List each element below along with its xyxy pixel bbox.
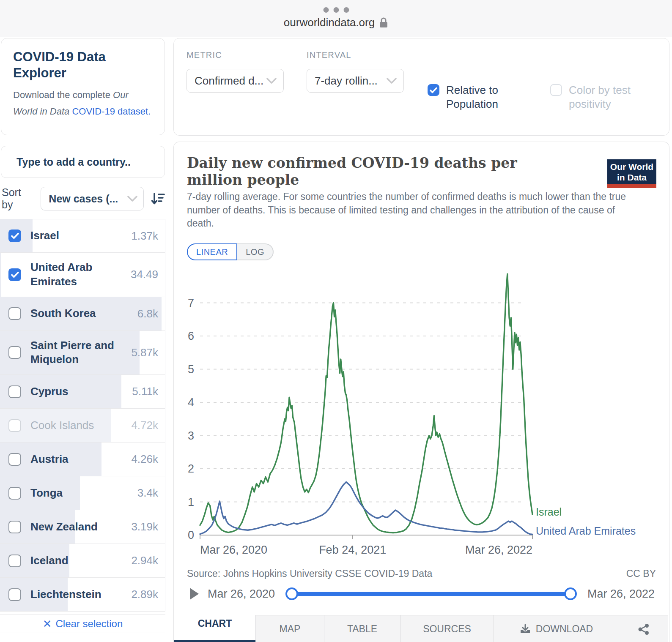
browser-topbar: ourworldindata.org — [0, 0, 672, 37]
subtitle-text: Download the complete — [13, 90, 113, 100]
checkbox-checked-icon — [428, 84, 439, 96]
legend-label-israel: Israel — [536, 506, 562, 518]
country-row[interactable]: Israel1.37k — [0, 219, 165, 253]
x-axis-tick-label: Mar 26, 2020 — [200, 544, 267, 556]
country-name: Tonga — [30, 478, 137, 508]
chart-card: Daily new confirmed COVID-19 deaths per … — [173, 142, 669, 642]
country-value: 4.26k — [131, 453, 158, 466]
metric-dropdown[interactable]: Confirmed d... — [187, 69, 284, 93]
y-axis-tick-label: 6 — [188, 330, 194, 342]
owid-logo-line1: Our World — [610, 161, 653, 172]
source-row: Source: Johns Hopkins University CSSE CO… — [187, 568, 656, 579]
tab-download[interactable]: DOWNLOAD — [494, 615, 619, 642]
chart-tabs: CHART MAP TABLE SOURCES DOWNLOAD — [174, 607, 669, 642]
chart-title: Daily new confirmed COVID-19 deaths per … — [187, 155, 555, 188]
country-row[interactable]: Saint Pierre and Miquelon5.87k — [0, 331, 165, 375]
clear-selection-button[interactable]: ✕ Clear selection — [0, 615, 165, 633]
country-row[interactable]: United Arab Emirates34.49 — [0, 253, 165, 297]
url-text: ourworldindata.org — [284, 16, 375, 29]
y-axis-tick-label: 3 — [188, 429, 194, 442]
checkbox-unchecked-icon[interactable] — [8, 555, 21, 567]
log-scale-button[interactable]: LOG — [237, 243, 274, 260]
tab-map[interactable]: MAP — [255, 615, 324, 642]
relative-to-population-checkbox[interactable]: Relative to Population — [428, 83, 527, 111]
play-icon — [189, 587, 199, 600]
country-row[interactable]: Austria4.26k — [0, 443, 165, 476]
address-bar[interactable]: ourworldindata.org — [0, 16, 672, 29]
x-axis-tick-label: Feb 24, 2021 — [319, 544, 386, 556]
checkbox-unchecked-icon[interactable] — [8, 307, 21, 320]
country-value: 2.94k — [131, 554, 158, 567]
chart-controls-card: METRIC Confirmed d... INTERVAL 7-day rol… — [173, 38, 669, 136]
linear-scale-button[interactable]: LINEAR — [187, 243, 237, 260]
country-value: 5.87k — [131, 346, 158, 359]
country-row[interactable]: Liechtenstein2.89k — [0, 578, 165, 612]
checkbox-checked-icon[interactable] — [8, 268, 21, 281]
chevron-down-icon — [127, 196, 137, 202]
clear-selection-label: Clear selection — [56, 618, 123, 630]
timeline-track[interactable] — [287, 592, 576, 596]
metric-dropdown-value: Confirmed d... — [195, 74, 263, 87]
country-search[interactable] — [1, 146, 165, 178]
interval-dropdown-value: 7-day rollin... — [315, 74, 378, 87]
tab-table-label: TABLE — [347, 623, 377, 635]
share-icon — [638, 623, 650, 635]
country-row[interactable]: Cyprus5.11k — [0, 375, 165, 409]
country-name: Austria — [30, 445, 131, 474]
tab-table[interactable]: TABLE — [324, 615, 400, 642]
legend-label-united-arab-emirates: United Arab Emirates — [536, 525, 636, 537]
source-text: Source: Johns Hopkins University CSSE CO… — [187, 568, 432, 579]
chevron-down-icon — [387, 78, 397, 84]
checkbox-unchecked-icon[interactable] — [8, 588, 21, 601]
checkbox-unchecked-icon[interactable] — [8, 346, 21, 359]
checkbox-unchecked-icon[interactable] — [8, 521, 21, 533]
timeline-end-handle[interactable] — [564, 587, 577, 600]
metric-label: METRIC — [187, 50, 222, 60]
interval-dropdown[interactable]: 7-day rollin... — [307, 69, 404, 93]
country-name: Cook Islands — [30, 411, 131, 440]
country-row[interactable]: Iceland2.94k — [0, 544, 165, 578]
tab-share[interactable] — [619, 615, 668, 642]
y-axis-tick-label: 4 — [188, 396, 194, 409]
tab-sources[interactable]: SOURCES — [400, 615, 494, 642]
checkbox-unchecked-icon[interactable] — [8, 419, 21, 432]
country-name: Cyprus — [30, 377, 132, 407]
line-chart: 01234567Mar 26, 2020Feb 24, 2021Mar 26, … — [174, 269, 669, 567]
dataset-link[interactable]: COVID-19 dataset. — [72, 106, 151, 117]
country-name: United Arab Emirates — [30, 253, 131, 297]
tab-chart[interactable]: CHART — [174, 607, 256, 642]
checkbox-unchecked-icon[interactable] — [8, 487, 21, 500]
tab-map-label: MAP — [280, 623, 301, 635]
checkbox-checked-icon[interactable] — [8, 229, 21, 242]
chevron-down-icon — [266, 78, 277, 84]
license-text: CC BY — [626, 568, 656, 579]
country-row[interactable]: New Zealand3.19k — [0, 510, 165, 544]
country-value: 4.72k — [131, 419, 158, 432]
browser-dots-icon — [323, 7, 349, 13]
country-value: 6.8k — [137, 307, 158, 320]
search-input[interactable] — [16, 156, 158, 168]
israel-line — [200, 274, 532, 533]
checkbox-unchecked-icon[interactable] — [8, 453, 21, 466]
explorer-header-card: COVID-19 Data Explorer Download the comp… — [1, 38, 165, 135]
country-name: New Zealand — [30, 512, 131, 542]
owid-logo: Our World in Data — [607, 159, 656, 188]
sort-direction-button[interactable] — [151, 192, 165, 205]
sort-dropdown[interactable]: New cases (... — [41, 187, 144, 210]
timeline-start-handle[interactable] — [285, 587, 298, 600]
country-row[interactable]: South Korea6.8k — [0, 297, 165, 331]
tab-chart-label: CHART — [198, 618, 232, 629]
explorer-title: COVID-19 Data Explorer — [13, 49, 153, 81]
download-icon — [520, 624, 531, 635]
country-name: Iceland — [30, 546, 131, 576]
country-row[interactable]: Cook Islands4.72k — [0, 409, 165, 443]
play-button[interactable] — [189, 587, 199, 600]
color-by-test-positivity-label: Color by test positivity — [569, 83, 653, 111]
tab-sources-label: SOURCES — [423, 623, 471, 635]
owid-logo-line2: in Data — [617, 172, 647, 183]
country-name: Israel — [30, 221, 131, 251]
sort-descending-icon — [151, 192, 165, 205]
country-row[interactable]: Tonga3.4k — [0, 476, 165, 510]
y-axis-tick-label: 0 — [188, 529, 194, 541]
checkbox-unchecked-icon[interactable] — [8, 385, 21, 398]
